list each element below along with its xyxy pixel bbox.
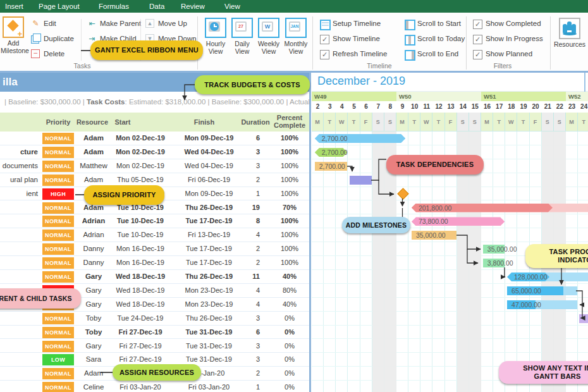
- cell-percent: 100%: [271, 132, 309, 145]
- cell-percent: 100%: [271, 242, 309, 255]
- gantt-bar[interactable]: [579, 314, 588, 323]
- cell-start: Tue 24-Dec-19: [109, 312, 172, 325]
- resources-button[interactable]: Resources: [553, 18, 586, 48]
- task-name: ural plan: [0, 173, 38, 187]
- cell-duration: 6: [242, 132, 260, 145]
- hourly-view-button[interactable]: Hourly View: [202, 18, 229, 55]
- table-row[interactable]: NORMALDannyMon 16-Dec-19Tue 17-Dec-19210…: [0, 256, 309, 270]
- task-name: cture: [0, 145, 38, 159]
- cell-duration: 2: [242, 367, 260, 380]
- day-letter: T: [578, 113, 588, 132]
- cell-resource: Danny: [73, 242, 114, 255]
- col-start[interactable]: Start: [104, 113, 142, 132]
- milestone-diamond[interactable]: [397, 188, 408, 199]
- table-row[interactable]: NORMALDannyMon 16-Dec-19Tue 17-Dec-19210…: [0, 242, 309, 256]
- project-title-fragment: illa: [3, 76, 18, 88]
- day-letter: M: [312, 113, 324, 132]
- day-letter: S: [457, 113, 469, 132]
- table-row[interactable]: ctureNORMALAdamMon 02-Dec-19Wed 04-Dec-1…: [0, 145, 309, 159]
- cell-percent: 40%: [271, 298, 309, 311]
- ribbon-tab-data[interactable]: Data: [149, 0, 164, 13]
- table-row[interactable]: NORMALCelineFri 03-Jan-20Fri 03-Jan-2010…: [0, 381, 309, 392]
- day-letter: F: [360, 113, 372, 132]
- priority-badge: NORMAL: [42, 271, 74, 283]
- budget-summary-bar: | Baseline: $300,000.00 | Task Costs: Es…: [0, 92, 309, 113]
- week-band-w49: W49: [312, 92, 396, 101]
- day-number: 17: [493, 101, 505, 113]
- day-number: 12: [432, 101, 444, 113]
- table-row[interactable]: NORMALGaryWed 18-Dec-19Thu 26-Dec-191140…: [0, 270, 309, 284]
- ribbon-tab-insert[interactable]: Insert: [5, 0, 23, 13]
- priority-badge: NORMAL: [42, 202, 74, 214]
- day-number: 11: [420, 101, 432, 113]
- cell-duration: 3: [242, 353, 260, 366]
- callout-text: ASSIGN RESOURCES: [119, 369, 194, 377]
- task-name: [0, 270, 38, 283]
- monthly-view-button[interactable]: JAN Monthly View: [283, 18, 309, 55]
- gantt-bar-label: 65,000.00: [511, 286, 541, 295]
- priority-badge: NORMAL: [42, 161, 74, 172]
- scroll-today-icon: [405, 35, 415, 46]
- cell-start: Mon 02-Dec-19: [109, 145, 172, 159]
- day-letter: T: [324, 113, 336, 132]
- callout-ribbon-menu: GANTT EXCEL RIBBON MENU: [90, 40, 203, 60]
- cell-finish: Fri 06-Dec-19: [176, 173, 242, 187]
- day-number: 9: [396, 101, 408, 113]
- task-name: [0, 214, 38, 228]
- timeline-group-label: Timeline: [354, 62, 405, 70]
- cell-resource: Adam: [73, 367, 114, 380]
- day-letter: M: [481, 113, 493, 132]
- callout-text: GANTT EXCEL RIBBON MENU: [95, 46, 199, 54]
- gantt-bar[interactable]: [350, 176, 371, 185]
- col-priority[interactable]: Priority: [39, 113, 77, 132]
- table-gantt-divider[interactable]: [309, 73, 311, 392]
- callout-parent-child: PARENT & CHILD TASKS: [0, 288, 81, 309]
- ribbon-tab-bar: InsertPage LayoutFormulasDataReviewView: [0, 0, 588, 13]
- col-finish[interactable]: Finish: [185, 113, 223, 132]
- gantt-bar-label: 2,700.00: [322, 134, 348, 143]
- daily-view-icon: 27: [231, 18, 253, 38]
- cell-duration: 6: [242, 326, 260, 339]
- scroll-start-icon: [405, 20, 415, 30]
- day-number: 2: [312, 101, 324, 113]
- task-name: [0, 353, 38, 366]
- cell-resource: Danny: [73, 256, 114, 269]
- cell-finish: Tue 17-Dec-19: [176, 256, 242, 269]
- cell-percent: 80%: [271, 284, 309, 297]
- daily-view-button[interactable]: 27 Daily View: [229, 18, 255, 55]
- cell-start: Mon 16-Dec-19: [109, 256, 172, 269]
- cell-finish: Mon 09-Dec-19: [176, 187, 242, 200]
- table-row[interactable]: NORMALGaryFri 27-Dec-19Tue 31-Dec-1930%: [0, 340, 309, 353]
- ribbon-tab-page-layout[interactable]: Page Layout: [39, 0, 80, 13]
- cell-finish: Thu 26-Dec-19: [176, 201, 242, 214]
- col-duration[interactable]: Duration: [236, 113, 274, 132]
- table-row[interactable]: NORMALAdrianTue 10-Dec-19Tue 17-Dec-1981…: [0, 214, 309, 228]
- table-row[interactable]: NORMALTobyFri 27-Dec-19Tue 31-Dec-1960%: [0, 326, 309, 340]
- table-row[interactable]: documentsNORMALMatthewMon 02-Dec-19Wed 0…: [0, 159, 309, 173]
- table-row[interactable]: NORMALAdamMon 02-Dec-19Mon 09-Dec-196100…: [0, 132, 309, 145]
- cell-start: Fri 27-Dec-19: [109, 326, 172, 339]
- day-number: 14: [457, 101, 469, 113]
- priority-badge: NORMAL: [42, 341, 74, 352]
- ribbon-tab-formulas[interactable]: Formulas: [99, 0, 129, 13]
- day-number: 18: [505, 101, 517, 113]
- checkbox-checked-icon: ✓: [320, 35, 329, 44]
- callout-text: ASSIGN PRIORITY: [92, 191, 156, 199]
- cell-percent: 100%: [271, 228, 309, 242]
- day-letter: S: [542, 113, 554, 132]
- add-milestone-button[interactable]: + Add Milestone: [1, 16, 26, 54]
- priority-badge: NORMAL: [42, 216, 74, 227]
- ribbon-tab-view[interactable]: View: [224, 0, 240, 13]
- table-row[interactable]: NORMALTobyTue 24-Dec-19Thu 26-Dec-1930%: [0, 312, 309, 326]
- week-band-w51: W51: [481, 92, 566, 101]
- ribbon-tab-review[interactable]: Review: [181, 0, 205, 13]
- col-percent-2[interactable]: Complete: [271, 121, 309, 131]
- table-header: Priority Resource Start Finish Duration …: [0, 113, 309, 132]
- day-letter: M: [396, 113, 408, 132]
- callout-show-text: SHOW ANY TEXT INGANTT BARS: [499, 361, 588, 384]
- table-row[interactable]: NORMALAdrianTue 10-Dec-19Fri 13-Dec-1941…: [0, 228, 309, 242]
- cell-finish: Thu 26-Dec-19: [176, 312, 242, 325]
- weekly-view-button[interactable]: W Weekly View: [255, 18, 282, 55]
- cell-duration: 11: [242, 270, 260, 283]
- cell-duration: 1: [242, 187, 260, 200]
